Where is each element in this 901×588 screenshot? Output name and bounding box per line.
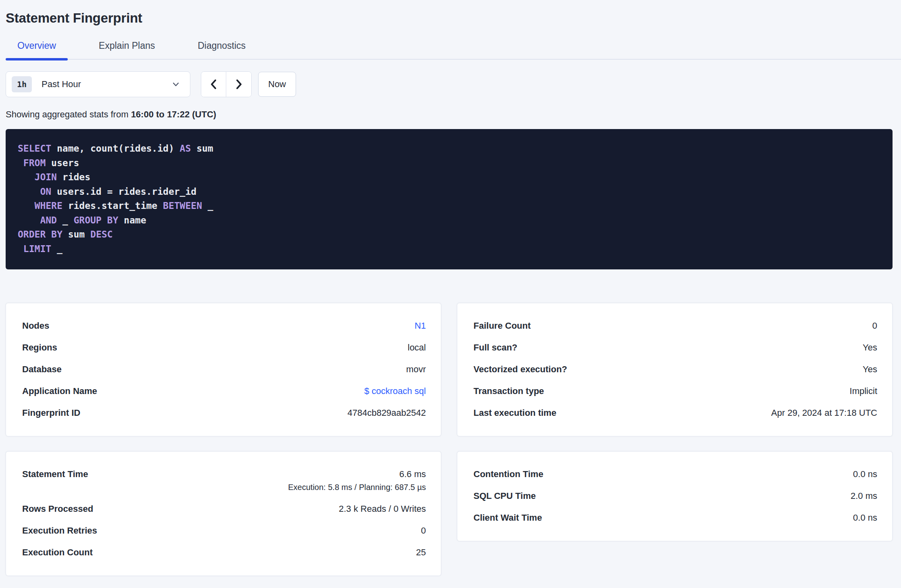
tab-explain-plans[interactable]: Explain Plans xyxy=(87,40,167,60)
stat-value-wrap: Yes xyxy=(863,364,877,375)
stat-row: Failure Count0 xyxy=(473,315,877,337)
stat-value-link[interactable]: $ cockroach sql xyxy=(364,386,426,397)
page-title: Statement Fingerprint xyxy=(6,10,893,26)
stat-label: Statement Time xyxy=(22,469,88,480)
stat-value: Apr 29, 2024 at 17:18 UTC xyxy=(771,407,877,419)
stat-value: 2.3 k Reads / 0 Writes xyxy=(339,503,426,515)
wait-time-card: Contention Time0.0 nsSQL CPU Time2.0 msC… xyxy=(457,451,893,541)
stat-label: Full scan? xyxy=(473,342,517,353)
time-interval-dropdown[interactable]: 1h Past Hour xyxy=(6,71,190,97)
sql-line: JOIN rides xyxy=(18,170,880,185)
next-interval-button[interactable] xyxy=(226,72,251,97)
sql-text: users.id = rides.rider_id xyxy=(51,186,196,197)
stat-row: Execution Count25 xyxy=(22,542,426,563)
stat-value-wrap: 0.0 ns xyxy=(853,469,877,480)
sql-text xyxy=(18,200,35,211)
statement-details-card: NodesN1RegionslocalDatabasemovrApplicati… xyxy=(6,303,441,436)
stat-row: Last execution timeApr 29, 2024 at 17:18… xyxy=(473,402,877,424)
now-button[interactable]: Now xyxy=(258,72,296,97)
sql-line: ORDER BY sum DESC xyxy=(18,227,880,242)
chevron-down-icon xyxy=(171,80,180,89)
sql-line: SELECT name, count(rides.id) AS sum xyxy=(18,142,880,156)
stat-value: 6.6 ms xyxy=(399,469,426,480)
stat-value-wrap: Implicit xyxy=(850,386,877,397)
time-controls: 1h Past Hour Now xyxy=(6,71,893,97)
sql-text xyxy=(18,186,40,197)
stat-row: Application Name$ cockroach sql xyxy=(22,380,426,402)
sql-text: name xyxy=(118,215,146,225)
stat-row: Client Wait Time0.0 ns xyxy=(473,507,877,529)
stat-value-wrap: 0 xyxy=(421,525,426,536)
stat-label: Application Name xyxy=(22,386,97,397)
chevron-right-icon xyxy=(234,79,244,90)
stat-row: Contention Time0.0 ns xyxy=(473,463,877,485)
stat-value-wrap: 2.3 k Reads / 0 Writes xyxy=(339,503,426,515)
stat-value: 25 xyxy=(416,547,426,558)
sql-keyword: WHERE xyxy=(35,200,63,211)
aggregated-stats-summary: Showing aggregated stats from 16:00 to 1… xyxy=(6,109,893,120)
sql-text: _ xyxy=(202,200,213,211)
stat-label: Transaction type xyxy=(473,386,544,397)
sql-keyword: AS xyxy=(180,143,191,154)
sql-text xyxy=(18,158,23,168)
stat-row: Execution Retries0 xyxy=(22,520,426,542)
stat-value-wrap: 6.6 msExecution: 5.8 ms / Planning: 687.… xyxy=(288,469,426,493)
sql-keyword: LIMIT xyxy=(23,244,51,254)
sql-text xyxy=(18,172,35,182)
stat-value: 0.0 ns xyxy=(853,469,877,480)
stat-label: Failure Count xyxy=(473,320,531,332)
stats-cards-grid: NodesN1RegionslocalDatabasemovrApplicati… xyxy=(6,303,893,576)
stat-row: Fingerprint ID4784cb829aab2542 xyxy=(22,402,426,424)
sql-line: ON users.id = rides.rider_id xyxy=(18,185,880,199)
stat-row: Transaction typeImplicit xyxy=(473,380,877,402)
tab-diagnostics[interactable]: Diagnostics xyxy=(186,40,257,60)
stat-value: Yes xyxy=(863,364,877,375)
stat-value-wrap: 25 xyxy=(416,547,426,558)
stat-value-wrap: $ cockroach sql xyxy=(364,386,426,397)
stat-value-wrap: Yes xyxy=(863,342,877,353)
sql-line: AND _ GROUP BY name xyxy=(18,213,880,228)
stat-value-link[interactable]: N1 xyxy=(415,320,426,332)
sql-keyword: GROUP BY xyxy=(73,215,118,225)
stat-subvalue: Execution: 5.8 ms / Planning: 687.5 µs xyxy=(288,482,426,493)
stat-value: 0.0 ns xyxy=(853,512,877,523)
sql-keyword: JOIN xyxy=(35,172,57,182)
sql-text xyxy=(18,244,23,254)
sql-text: sum xyxy=(63,229,90,240)
sql-keyword: ON xyxy=(40,186,51,197)
sql-keyword: FROM xyxy=(23,158,46,168)
stat-value-wrap: 2.0 ms xyxy=(851,490,877,502)
stat-value: movr xyxy=(406,364,426,375)
time-nav-group xyxy=(201,71,252,97)
chevron-left-icon xyxy=(209,79,219,90)
stat-row: Rows Processed2.3 k Reads / 0 Writes xyxy=(22,498,426,520)
sql-text: rides.start_time xyxy=(63,200,163,211)
stat-row: NodesN1 xyxy=(22,315,426,337)
stat-label: Execution Retries xyxy=(22,525,97,536)
stat-label: Execution Count xyxy=(22,547,93,558)
stat-value: 0 xyxy=(872,320,877,332)
statement-fingerprint-page: Statement Fingerprint Overview Explain P… xyxy=(0,10,901,576)
stat-value: Implicit xyxy=(850,386,877,397)
stat-row: Regionslocal xyxy=(22,337,426,359)
stat-label: Vectorized execution? xyxy=(473,364,567,375)
sql-text: name, count(rides.id) xyxy=(51,143,180,154)
stat-value-wrap: 4784cb829aab2542 xyxy=(347,407,426,419)
stat-label: Regions xyxy=(22,342,57,353)
prev-interval-button[interactable] xyxy=(201,72,226,97)
stat-label: Nodes xyxy=(22,320,49,332)
stat-value-wrap: 0.0 ns xyxy=(853,512,877,523)
tab-overview[interactable]: Overview xyxy=(6,40,68,60)
sql-keyword: SELECT xyxy=(18,143,51,154)
stat-row: Full scan?Yes xyxy=(473,337,877,359)
interval-label: Past Hour xyxy=(42,79,171,90)
sql-keyword: ORDER BY xyxy=(18,229,63,240)
tab-bar: Overview Explain Plans Diagnostics xyxy=(6,40,893,60)
sql-text: sum xyxy=(191,143,213,154)
summary-time-range: 16:00 to 17:22 (UTC) xyxy=(131,109,217,119)
sql-keyword: DESC xyxy=(90,229,113,240)
sql-statement: SELECT name, count(rides.id) AS sum FROM… xyxy=(6,129,893,269)
sql-text xyxy=(18,215,40,225)
stat-row: SQL CPU Time2.0 ms xyxy=(473,485,877,507)
stat-value-wrap: local xyxy=(408,342,426,353)
